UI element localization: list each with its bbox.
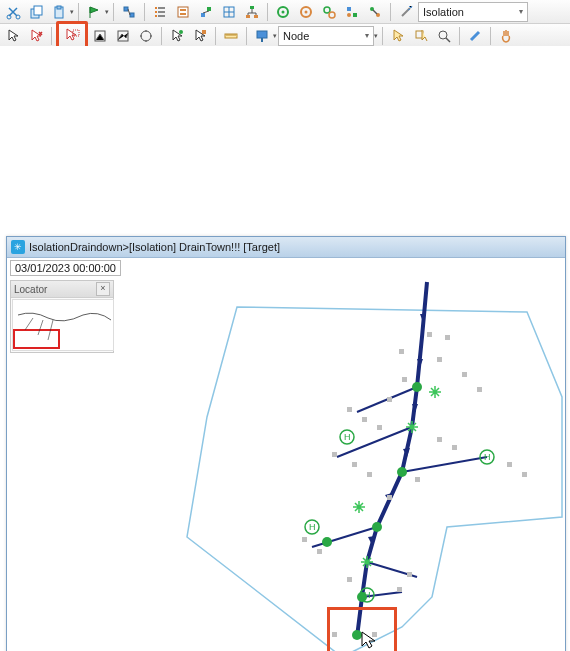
separator: [51, 27, 52, 45]
find-b-button[interactable]: [410, 25, 432, 47]
gear-green-button[interactable]: [272, 1, 294, 23]
separator: [215, 27, 216, 45]
network-canvas[interactable]: H H H H: [7, 277, 563, 651]
svg-rect-8: [155, 7, 157, 9]
paint-dropdown-arrow[interactable]: ▾: [273, 32, 277, 40]
svg-rect-58: [437, 437, 442, 442]
paste-dropdown-arrow[interactable]: ▾: [70, 8, 74, 16]
scenario-combo[interactable]: Isolation ▾: [418, 2, 528, 22]
find-c-button[interactable]: [433, 25, 455, 47]
target-button[interactable]: [135, 25, 157, 47]
paste-button[interactable]: [48, 1, 70, 23]
flow-button[interactable]: [364, 1, 386, 23]
gear-orange-button[interactable]: [295, 1, 317, 23]
pointer-red-button[interactable]: [25, 25, 47, 47]
svg-text:H: H: [484, 452, 491, 462]
element-type-combo[interactable]: Node ▾: [278, 26, 374, 46]
arrow-b-button[interactable]: [189, 25, 211, 47]
separator: [113, 3, 114, 21]
color-button[interactable]: [464, 25, 486, 47]
svg-rect-50: [462, 372, 467, 377]
element-type-dropdown-arrow[interactable]: ▾: [374, 32, 378, 40]
tool-a-button[interactable]: [118, 1, 140, 23]
svg-point-44: [439, 31, 447, 39]
element-type-label: Node: [283, 30, 309, 42]
timestamp-value: 03/01/2023 00:00:00: [15, 262, 116, 274]
map-window-title: IsolationDraindown>[Isolation] DrainTown…: [29, 241, 280, 253]
svg-rect-46: [427, 332, 432, 337]
svg-rect-39: [202, 30, 206, 34]
config-b-button[interactable]: [341, 1, 363, 23]
network-icon: ✳: [11, 240, 25, 254]
svg-point-31: [347, 13, 351, 17]
diagram-button[interactable]: [241, 1, 263, 23]
svg-rect-22: [254, 15, 258, 18]
separator: [161, 27, 162, 45]
svg-rect-64: [407, 572, 412, 577]
form-button[interactable]: [172, 1, 194, 23]
find-a-button[interactable]: [387, 25, 409, 47]
svg-rect-53: [362, 417, 367, 422]
svg-point-24: [282, 10, 285, 13]
flag-dropdown-arrow[interactable]: ▾: [105, 8, 109, 16]
grid-button[interactable]: [218, 1, 240, 23]
gears-button[interactable]: [318, 1, 340, 23]
svg-rect-67: [372, 632, 377, 637]
svg-rect-72: [347, 577, 352, 582]
svg-rect-69: [402, 377, 407, 382]
wizard-button[interactable]: [395, 1, 417, 23]
svg-rect-21: [246, 15, 250, 18]
pointer-button[interactable]: [2, 25, 24, 47]
list-button[interactable]: [149, 1, 171, 23]
map-window-titlebar[interactable]: ✳ IsolationDraindown>[Isolation] DrainTo…: [7, 237, 565, 258]
svg-point-37: [141, 31, 151, 41]
svg-rect-9: [158, 7, 165, 9]
svg-point-75: [372, 522, 382, 532]
svg-point-76: [322, 537, 332, 547]
svg-text:H: H: [364, 590, 371, 600]
main-toolbar-2: ▾ Node ▾ ▾: [0, 24, 570, 48]
timestamp-display[interactable]: 03/01/2023 00:00:00: [10, 260, 121, 276]
svg-rect-15: [180, 9, 186, 11]
svg-point-1: [16, 15, 20, 19]
svg-rect-51: [477, 387, 482, 392]
map-window: ✳ IsolationDraindown>[Isolation] DrainTo…: [6, 236, 566, 651]
svg-rect-20: [250, 6, 254, 9]
svg-rect-60: [507, 462, 512, 467]
svg-rect-6: [124, 7, 128, 11]
svg-rect-14: [178, 7, 188, 17]
flag-button[interactable]: [83, 1, 105, 23]
svg-rect-5: [57, 6, 61, 9]
ruler-button[interactable]: [220, 25, 242, 47]
config-a-button[interactable]: [195, 1, 217, 23]
svg-rect-10: [155, 11, 157, 13]
svg-rect-61: [522, 472, 527, 477]
separator: [144, 3, 145, 21]
svg-rect-59: [452, 445, 457, 450]
svg-rect-7: [130, 13, 134, 17]
svg-point-28: [329, 12, 335, 18]
svg-rect-49: [437, 357, 442, 362]
svg-text:H: H: [309, 522, 316, 532]
cut-button[interactable]: [2, 1, 24, 23]
svg-rect-11: [158, 11, 165, 13]
trace-a-button[interactable]: [89, 25, 111, 47]
separator: [390, 3, 391, 21]
trace-b-button[interactable]: [112, 25, 134, 47]
svg-point-38: [179, 30, 183, 34]
arrow-a-button[interactable]: [166, 25, 188, 47]
dropdown-icon: ▾: [519, 7, 523, 16]
svg-rect-62: [302, 537, 307, 542]
pan-button[interactable]: [495, 25, 517, 47]
paint-button[interactable]: [251, 25, 273, 47]
separator: [490, 27, 491, 45]
copy-button[interactable]: [25, 1, 47, 23]
svg-rect-52: [347, 407, 352, 412]
svg-rect-68: [387, 397, 392, 402]
mdi-client-area: ✳ IsolationDraindown>[Isolation] DrainTo…: [0, 46, 570, 651]
svg-rect-12: [155, 15, 157, 17]
svg-rect-57: [367, 472, 372, 477]
svg-rect-42: [261, 38, 263, 42]
scenario-combo-label: Isolation: [423, 6, 464, 18]
svg-point-74: [397, 467, 407, 477]
